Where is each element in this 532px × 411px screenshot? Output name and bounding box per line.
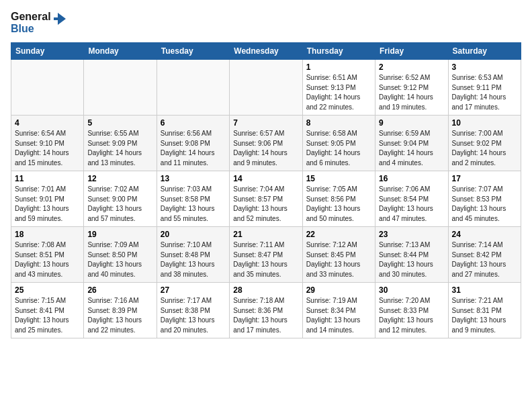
day-info: Sunrise: 7:06 AM Sunset: 8:54 PM Dayligh…	[379, 185, 444, 224]
calendar-cell: 24Sunrise: 7:14 AM Sunset: 8:42 PM Dayli…	[448, 227, 521, 283]
logo-general: General	[11, 11, 51, 23]
calendar-cell	[84, 60, 157, 116]
day-number: 11	[15, 174, 80, 183]
day-number: 28	[233, 285, 298, 295]
day-info: Sunrise: 6:51 AM Sunset: 9:13 PM Dayligh…	[306, 73, 371, 112]
header: General Blue	[11, 11, 521, 34]
day-number: 4	[15, 118, 80, 128]
day-info: Sunrise: 7:11 AM Sunset: 8:47 PM Dayligh…	[233, 240, 298, 279]
calendar-week-row: 25Sunrise: 7:15 AM Sunset: 8:41 PM Dayli…	[11, 283, 521, 338]
calendar-cell: 4Sunrise: 6:54 AM Sunset: 9:10 PM Daylig…	[11, 116, 84, 171]
calendar-cell: 30Sunrise: 7:20 AM Sunset: 8:33 PM Dayli…	[375, 283, 448, 338]
day-header-wednesday: Wednesday	[230, 43, 302, 60]
day-info: Sunrise: 7:02 AM Sunset: 9:00 PM Dayligh…	[87, 185, 152, 224]
calendar-cell: 25Sunrise: 7:15 AM Sunset: 8:41 PM Dayli…	[11, 283, 84, 338]
calendar-cell: 15Sunrise: 7:05 AM Sunset: 8:56 PM Dayli…	[302, 171, 375, 227]
calendar-cell: 28Sunrise: 7:18 AM Sunset: 8:36 PM Dayli…	[230, 283, 302, 338]
day-number: 20	[161, 230, 226, 239]
day-number: 24	[452, 230, 517, 239]
day-number: 14	[233, 174, 298, 183]
calendar-cell: 22Sunrise: 7:12 AM Sunset: 8:45 PM Dayli…	[302, 227, 375, 283]
calendar-cell: 16Sunrise: 7:06 AM Sunset: 8:54 PM Dayli…	[375, 171, 448, 227]
calendar-cell: 27Sunrise: 7:17 AM Sunset: 8:38 PM Dayli…	[157, 283, 229, 338]
day-number: 22	[306, 230, 371, 239]
calendar-cell: 18Sunrise: 7:08 AM Sunset: 8:51 PM Dayli…	[11, 227, 84, 283]
calendar-cell	[157, 60, 229, 116]
day-info: Sunrise: 7:14 AM Sunset: 8:42 PM Dayligh…	[452, 240, 517, 279]
day-number: 2	[379, 62, 444, 72]
logo-arrow-icon	[52, 11, 67, 26]
calendar-cell: 10Sunrise: 7:00 AM Sunset: 9:02 PM Dayli…	[448, 116, 521, 171]
calendar-cell: 31Sunrise: 7:21 AM Sunset: 8:31 PM Dayli…	[448, 283, 521, 338]
day-number: 12	[87, 174, 152, 183]
calendar-week-row: 4Sunrise: 6:54 AM Sunset: 9:10 PM Daylig…	[11, 116, 521, 171]
calendar-cell	[11, 60, 84, 116]
calendar-cell: 8Sunrise: 6:58 AM Sunset: 9:05 PM Daylig…	[302, 116, 375, 171]
day-number: 25	[15, 285, 80, 295]
day-info: Sunrise: 6:52 AM Sunset: 9:12 PM Dayligh…	[379, 73, 444, 112]
day-info: Sunrise: 7:16 AM Sunset: 8:39 PM Dayligh…	[87, 296, 152, 335]
calendar-cell: 14Sunrise: 7:04 AM Sunset: 8:57 PM Dayli…	[230, 171, 302, 227]
logo: General Blue	[11, 11, 67, 34]
day-number: 8	[306, 118, 371, 128]
calendar-table: SundayMondayTuesdayWednesdayThursdayFrid…	[11, 42, 521, 338]
calendar-cell: 6Sunrise: 6:56 AM Sunset: 9:08 PM Daylig…	[157, 116, 229, 171]
day-info: Sunrise: 7:09 AM Sunset: 8:50 PM Dayligh…	[87, 240, 152, 279]
day-info: Sunrise: 7:15 AM Sunset: 8:41 PM Dayligh…	[15, 296, 80, 335]
day-number: 18	[15, 230, 80, 239]
day-number: 10	[452, 118, 517, 128]
day-number: 15	[306, 174, 371, 183]
calendar-cell: 5Sunrise: 6:55 AM Sunset: 9:09 PM Daylig…	[84, 116, 157, 171]
day-info: Sunrise: 7:19 AM Sunset: 8:34 PM Dayligh…	[306, 296, 371, 335]
calendar-cell	[230, 60, 302, 116]
day-info: Sunrise: 7:04 AM Sunset: 8:57 PM Dayligh…	[233, 185, 298, 224]
calendar-header-row: SundayMondayTuesdayWednesdayThursdayFrid…	[11, 43, 521, 60]
day-info: Sunrise: 7:01 AM Sunset: 9:01 PM Dayligh…	[15, 185, 80, 224]
day-header-tuesday: Tuesday	[157, 43, 229, 60]
calendar-week-row: 11Sunrise: 7:01 AM Sunset: 9:01 PM Dayli…	[11, 171, 521, 227]
logo-graphic: General Blue	[11, 11, 67, 34]
day-info: Sunrise: 7:10 AM Sunset: 8:48 PM Dayligh…	[161, 240, 226, 279]
day-info: Sunrise: 6:58 AM Sunset: 9:05 PM Dayligh…	[306, 129, 371, 168]
day-header-saturday: Saturday	[448, 43, 521, 60]
day-number: 9	[379, 118, 444, 128]
day-number: 7	[233, 118, 298, 128]
day-info: Sunrise: 6:55 AM Sunset: 9:09 PM Dayligh…	[87, 129, 152, 168]
calendar-cell: 19Sunrise: 7:09 AM Sunset: 8:50 PM Dayli…	[84, 227, 157, 283]
day-number: 27	[161, 285, 226, 295]
calendar-cell: 2Sunrise: 6:52 AM Sunset: 9:12 PM Daylig…	[375, 60, 448, 116]
logo-blue: Blue	[11, 23, 51, 35]
svg-marker-0	[54, 13, 66, 25]
calendar-cell: 21Sunrise: 7:11 AM Sunset: 8:47 PM Dayli…	[230, 227, 302, 283]
day-header-monday: Monday	[84, 43, 157, 60]
day-number: 1	[306, 62, 371, 72]
day-number: 13	[161, 174, 226, 183]
calendar-cell: 17Sunrise: 7:07 AM Sunset: 8:53 PM Dayli…	[448, 171, 521, 227]
day-info: Sunrise: 7:07 AM Sunset: 8:53 PM Dayligh…	[452, 185, 517, 224]
calendar-cell: 26Sunrise: 7:16 AM Sunset: 8:39 PM Dayli…	[84, 283, 157, 338]
day-info: Sunrise: 7:05 AM Sunset: 8:56 PM Dayligh…	[306, 185, 371, 224]
day-number: 17	[452, 174, 517, 183]
day-number: 6	[161, 118, 226, 128]
calendar-week-row: 18Sunrise: 7:08 AM Sunset: 8:51 PM Dayli…	[11, 227, 521, 283]
day-info: Sunrise: 7:03 AM Sunset: 8:58 PM Dayligh…	[161, 185, 226, 224]
day-number: 26	[87, 285, 152, 295]
calendar-week-row: 1Sunrise: 6:51 AM Sunset: 9:13 PM Daylig…	[11, 60, 521, 116]
calendar-cell: 9Sunrise: 6:59 AM Sunset: 9:04 PM Daylig…	[375, 116, 448, 171]
day-info: Sunrise: 7:18 AM Sunset: 8:36 PM Dayligh…	[233, 296, 298, 335]
day-info: Sunrise: 7:00 AM Sunset: 9:02 PM Dayligh…	[452, 129, 517, 168]
day-info: Sunrise: 6:56 AM Sunset: 9:08 PM Dayligh…	[161, 129, 226, 168]
day-number: 5	[87, 118, 152, 128]
day-number: 21	[233, 230, 298, 239]
day-info: Sunrise: 6:57 AM Sunset: 9:06 PM Dayligh…	[233, 129, 298, 168]
day-info: Sunrise: 7:08 AM Sunset: 8:51 PM Dayligh…	[15, 240, 80, 279]
calendar-cell: 20Sunrise: 7:10 AM Sunset: 8:48 PM Dayli…	[157, 227, 229, 283]
calendar-cell: 23Sunrise: 7:13 AM Sunset: 8:44 PM Dayli…	[375, 227, 448, 283]
calendar-cell: 3Sunrise: 6:53 AM Sunset: 9:11 PM Daylig…	[448, 60, 521, 116]
calendar-cell: 11Sunrise: 7:01 AM Sunset: 9:01 PM Dayli…	[11, 171, 84, 227]
calendar-cell: 12Sunrise: 7:02 AM Sunset: 9:00 PM Dayli…	[84, 171, 157, 227]
day-number: 23	[379, 230, 444, 239]
day-info: Sunrise: 7:13 AM Sunset: 8:44 PM Dayligh…	[379, 240, 444, 279]
day-info: Sunrise: 7:21 AM Sunset: 8:31 PM Dayligh…	[452, 296, 517, 335]
day-number: 16	[379, 174, 444, 183]
